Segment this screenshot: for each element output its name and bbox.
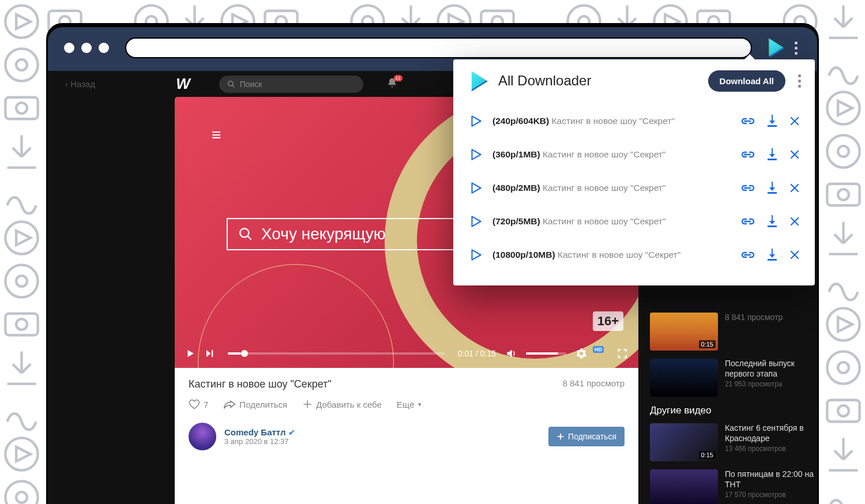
svg-point-104 — [838, 189, 849, 200]
close-icon[interactable] — [789, 216, 800, 227]
browser-menu-icon[interactable] — [791, 38, 801, 58]
vk-logo-icon[interactable]: W — [176, 75, 190, 93]
reco-title: 8 841 просмотр — [725, 313, 783, 323]
copy-link-icon[interactable] — [741, 250, 755, 260]
more-button[interactable]: Ещё ▾ — [397, 400, 422, 409]
download-icon[interactable] — [766, 148, 778, 161]
play-outline-icon[interactable] — [468, 180, 483, 195]
settings-icon[interactable] — [576, 348, 587, 359]
item-meta: (720p/5MB) Кастинг в новое шоу "Секрет" — [492, 216, 665, 227]
plus-icon — [556, 432, 565, 441]
play-outline-icon[interactable] — [468, 147, 483, 162]
svg-point-188 — [827, 351, 859, 383]
action-row: 7 Поделиться Добавить к себе Ещё ▾ — [189, 398, 625, 410]
share-button[interactable]: Поделиться — [223, 398, 287, 410]
reco-item[interactable]: 0:15 Кастинг 6 сентября в Краснодаре 13 … — [650, 423, 817, 461]
reco-item[interactable]: Последний выпуск первого этапа 21 953 пр… — [650, 359, 817, 397]
browser-window: ‹ Назад W Поиск 11 ≡ — [46, 23, 819, 504]
volume-icon[interactable] — [505, 348, 517, 359]
copy-link-icon[interactable] — [741, 149, 755, 160]
svg-point-189 — [838, 362, 849, 373]
reco-item[interactable]: По пятницам в 22:00 на ТНТ 17 570 просмо… — [650, 469, 817, 504]
reco-item[interactable]: 0:15 8 841 просмотр — [650, 313, 817, 351]
add-button[interactable]: Добавить к себе — [302, 399, 382, 409]
svg-line-254 — [232, 85, 234, 87]
download-icon[interactable] — [766, 182, 778, 194]
window-controls[interactable] — [64, 43, 109, 53]
back-link[interactable]: ‹ Назад — [65, 79, 95, 89]
svg-rect-148 — [5, 314, 37, 336]
reco-title: Последний выпуск первого этапа — [725, 359, 817, 379]
download-item: (480p/2MB) Кастинг в новое шоу "Секрет" — [461, 171, 807, 205]
svg-rect-267 — [768, 192, 777, 194]
video-title: Кастинг в новое шоу "Секрет" — [189, 378, 625, 390]
play-outline-icon[interactable] — [468, 214, 483, 229]
channel-avatar[interactable] — [189, 423, 216, 450]
reco-title: Кастинг 6 сентября в Краснодаре — [725, 423, 817, 443]
share-label: Поделиться — [239, 400, 287, 409]
item-meta: (240p/604KB) Кастинг в новое шоу "Секрет… — [492, 116, 675, 126]
play-outline-icon[interactable] — [468, 114, 483, 129]
copy-link-icon[interactable] — [741, 183, 755, 193]
svg-rect-103 — [827, 184, 859, 206]
reco-sub: 21 953 просмотра — [725, 380, 817, 388]
reco-sub: 17 570 просмотров — [725, 491, 817, 499]
copy-link-icon[interactable] — [741, 116, 755, 126]
download-icon[interactable] — [766, 215, 778, 228]
duration-badge: 0:15 — [699, 340, 716, 348]
svg-line-256 — [247, 236, 251, 240]
thumb: 0:15 — [650, 423, 718, 461]
extension-icon[interactable] — [766, 38, 785, 58]
download-item: (10800p/10MB) Кастинг в новое шоу "Секре… — [461, 238, 807, 272]
search-placeholder: Поиск — [240, 80, 262, 89]
share-icon — [223, 398, 236, 410]
duration-badge: 0:15 — [699, 451, 716, 459]
like-button[interactable]: 7 — [189, 398, 208, 410]
close-icon[interactable] — [789, 183, 800, 193]
verified-icon: ✔ — [288, 428, 295, 437]
popup-menu-icon[interactable] — [795, 71, 804, 91]
channel-name[interactable]: Comedy Баттл ✔ — [224, 427, 295, 437]
thumb — [650, 359, 718, 397]
search-icon — [227, 80, 235, 88]
hamburger-icon[interactable]: ≡ — [212, 126, 222, 144]
download-all-button[interactable]: Download All — [708, 70, 785, 92]
download-icon[interactable] — [766, 115, 778, 127]
search-icon — [238, 227, 253, 242]
download-icon[interactable] — [766, 249, 778, 261]
svg-point-149 — [16, 319, 27, 330]
volume-slider[interactable] — [526, 352, 566, 355]
notifications-icon[interactable]: 11 — [386, 77, 398, 91]
svg-rect-273 — [768, 259, 777, 261]
svg-point-21 — [5, 48, 37, 81]
play-icon[interactable] — [185, 348, 195, 359]
copy-link-icon[interactable] — [741, 216, 755, 227]
popup-title: All Downloader — [498, 73, 591, 89]
thumb — [650, 469, 718, 504]
svg-point-127 — [16, 276, 27, 287]
close-icon[interactable] — [789, 149, 800, 160]
svg-point-209 — [838, 405, 849, 416]
svg-rect-208 — [827, 400, 859, 422]
close-icon[interactable] — [789, 116, 800, 126]
close-icon[interactable] — [789, 250, 800, 260]
play-logo-icon — [766, 38, 785, 58]
svg-point-44 — [16, 103, 27, 114]
play-outline-icon[interactable] — [468, 247, 483, 262]
subscribe-button[interactable]: Подписаться — [548, 427, 625, 446]
download-item: (360p/1MB) Кастинг в новое шоу "Секрет" — [461, 138, 807, 171]
upload-date: 3 апр 2020 в 12:37 — [224, 437, 295, 446]
url-bar[interactable] — [125, 37, 752, 58]
progress-bar[interactable] — [228, 352, 445, 355]
next-icon[interactable] — [205, 348, 215, 359]
age-rating-badge: 16+ — [593, 311, 623, 331]
other-videos-heading: Другие видео — [650, 405, 817, 416]
item-meta: (480p/2MB) Кастинг в новое шоу "Секрет" — [492, 183, 665, 193]
item-meta: (10800p/10MB) Кастинг в новое шоу "Секре… — [492, 250, 680, 260]
vk-search-input[interactable]: Поиск — [219, 76, 363, 93]
reco-title: По пятницам в 22:00 на ТНТ — [725, 469, 817, 490]
overlay-search-text: Хочу некурящую — [261, 225, 386, 243]
fullscreen-icon[interactable] — [616, 348, 628, 359]
svg-rect-270 — [768, 225, 777, 227]
player-controls: 0:01 / 0:15 HD — [175, 339, 638, 368]
